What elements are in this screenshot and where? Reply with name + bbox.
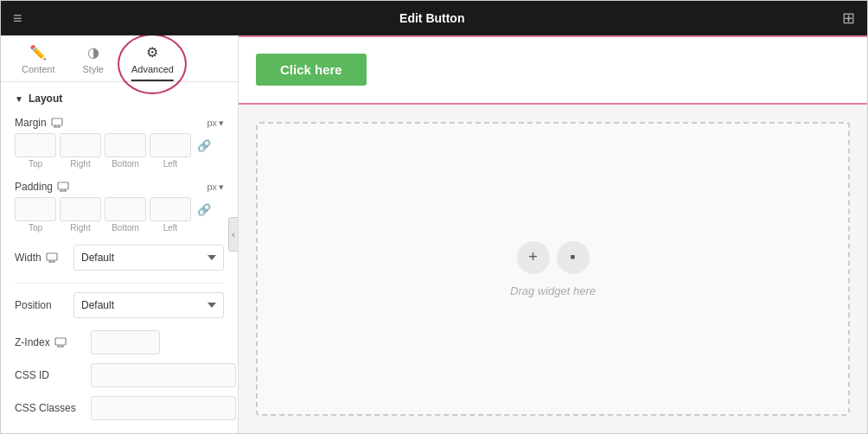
zindex-input[interactable] [91,330,160,354]
tab-content[interactable]: ✏️ Content [8,35,69,81]
header-title: Edit Button [399,11,464,25]
margin-label: Margin [15,117,63,129]
drag-content: + ▪ Drag widget here [510,241,596,297]
padding-right-label: Right [60,223,101,233]
zindex-label: Z-Index [15,336,84,348]
padding-label-row: Padding px ▾ [15,181,224,193]
divider-1 [15,283,224,284]
grid-icon[interactable]: ⊞ [842,9,855,28]
layout-title: Layout [29,93,62,105]
padding-right-input[interactable] [60,197,101,221]
margin-right-label: Right [60,159,101,169]
padding-input-labels: Top Right Bottom Left [15,223,224,233]
left-panel: ✏️ Content ◑ Style ⚙ Advanced ▼ L [1,35,239,433]
padding-unit[interactable]: px ▾ [207,182,224,193]
preview-button[interactable]: Click here [256,54,367,86]
padding-left-label: Left [150,223,191,233]
tab-advanced[interactable]: ⚙ Advanced [118,35,188,81]
tab-style-label: Style [83,64,104,74]
cssclasses-input[interactable] [91,396,236,420]
menu-icon[interactable]: ≡ [13,10,22,28]
cssid-label: CSS ID [15,369,84,381]
width-field: Width Default Full Width Inline Custom [15,245,224,271]
position-field: Position Default Absolute Fixed Relative… [15,292,224,318]
content-icon: ✏️ [29,44,47,61]
zindex-field: Z-Index [15,330,224,354]
padding-inputs: 🔗 [15,197,224,221]
tab-style[interactable]: ◑ Style [69,35,118,81]
layout-section-header: ▼ Layout [15,93,224,105]
padding-bottom-label: Bottom [105,223,146,233]
layout-arrow: ▼ [15,94,23,104]
drag-buttons: + ▪ [517,241,590,274]
plus-icon: + [528,248,538,266]
position-select[interactable]: Default Absolute Fixed Relative Sticky [73,292,224,318]
padding-top-input[interactable] [15,197,56,221]
zindex-responsive-icon[interactable] [54,337,67,348]
right-canvas: Click here + ▪ Drag widget here [239,35,867,433]
tab-advanced-label: Advanced [131,64,174,74]
width-label: Width [15,252,67,264]
width-responsive-icon[interactable] [46,252,58,263]
cssid-field: CSS ID ≡ [15,363,224,387]
margin-inputs: 🔗 [15,133,224,157]
drag-area[interactable]: + ▪ Drag widget here [256,122,850,416]
canvas-top-bar: Click here [239,35,867,105]
padding-label: Padding [15,181,69,193]
position-label: Position [15,299,67,311]
padding-responsive-icon[interactable] [57,182,69,192]
margin-bottom-label: Bottom [105,159,146,169]
drag-text: Drag widget here [510,284,596,297]
svg-rect-0 [52,118,62,125]
width-select[interactable]: Default Full Width Inline Custom [73,245,224,271]
cssclasses-label: CSS Classes [15,402,84,414]
margin-left-input[interactable] [150,133,191,157]
browse-widget-button[interactable]: ▪ [557,241,590,274]
margin-responsive-icon[interactable] [51,118,63,128]
margin-field: Margin px ▾ [15,117,224,169]
svg-rect-12 [55,338,66,345]
margin-top-input[interactable] [15,133,56,157]
margin-left-label: Left [150,159,191,169]
margin-top-label: Top [15,159,56,169]
header-bar: ≡ Edit Button ⊞ [1,1,867,35]
margin-input-labels: Top Right Bottom Left [15,159,224,169]
svg-rect-4 [58,182,68,189]
cssid-input[interactable] [91,363,236,387]
margin-right-input[interactable] [60,133,101,157]
padding-top-label: Top [15,223,56,233]
padding-bottom-input[interactable] [105,197,146,221]
margin-unit[interactable]: px ▾ [207,118,224,129]
padding-left-input[interactable] [150,197,191,221]
padding-field: Padding px ▾ [15,181,224,233]
advanced-icon: ⚙ [146,44,158,61]
add-widget-button[interactable]: + [517,241,550,274]
svg-rect-8 [47,253,57,260]
app-wrapper: ≡ Edit Button ⊞ ✏️ Content ◑ Style ⚙ Adv… [0,0,868,434]
collapse-handle[interactable]: ‹ [228,217,239,252]
tab-content-label: Content [22,64,55,74]
cssclasses-field: CSS Classes ≡ [15,396,224,420]
tabs-row: ✏️ Content ◑ Style ⚙ Advanced [1,35,238,82]
main-area: ✏️ Content ◑ Style ⚙ Advanced ▼ L [1,35,867,433]
margin-bottom-input[interactable] [105,133,146,157]
margin-label-row: Margin px ▾ [15,117,224,129]
style-icon: ◑ [87,44,99,61]
margin-link-icon[interactable]: 🔗 [195,136,214,155]
folder-icon: ▪ [570,248,575,266]
panel-content: ▼ Layout Margin [1,82,238,433]
padding-link-icon[interactable]: 🔗 [195,200,214,219]
